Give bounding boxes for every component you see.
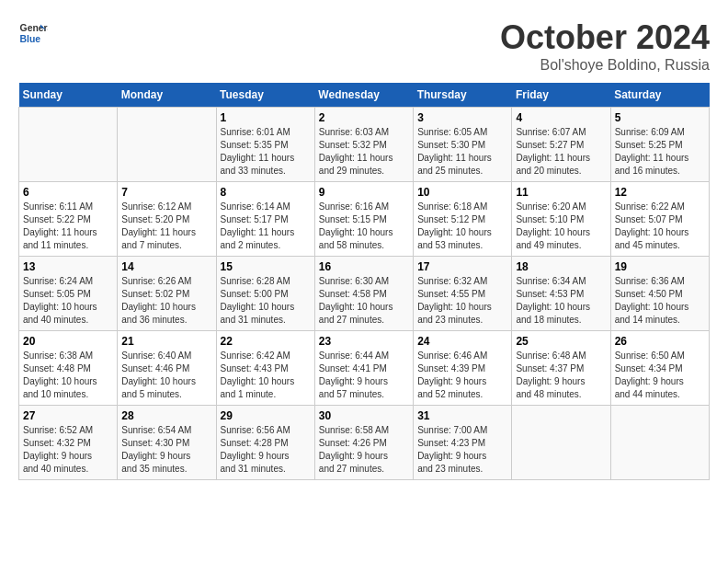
day-number: 31 — [417, 409, 507, 422]
day-info: Sunrise: 6:30 AM Sunset: 4:58 PM Dayligh… — [319, 275, 409, 327]
day-info: Sunrise: 6:28 AM Sunset: 5:00 PM Dayligh… — [221, 275, 311, 327]
day-info: Sunrise: 6:58 AM Sunset: 4:26 PM Dayligh… — [319, 424, 409, 476]
calendar-cell: 28Sunrise: 6:54 AM Sunset: 4:30 PM Dayli… — [118, 406, 216, 480]
day-number: 17 — [417, 260, 507, 273]
day-info: Sunrise: 6:46 AM Sunset: 4:39 PM Dayligh… — [417, 350, 507, 401]
day-info: Sunrise: 6:42 AM Sunset: 4:43 PM Dayligh… — [221, 350, 311, 401]
page-header: General Blue October 2024 Bol'shoye Bold… — [18, 18, 710, 74]
calendar-cell: 4Sunrise: 6:07 AM Sunset: 5:27 PM Daylig… — [512, 108, 610, 182]
weekday-header: Tuesday — [216, 83, 314, 108]
calendar-cell: 11Sunrise: 6:20 AM Sunset: 5:10 PM Dayli… — [512, 182, 610, 257]
weekday-header: Sunday — [19, 83, 118, 108]
day-info: Sunrise: 6:01 AM Sunset: 5:35 PM Dayligh… — [221, 126, 311, 178]
day-info: Sunrise: 6:34 AM Sunset: 4:53 PM Dayligh… — [516, 275, 606, 327]
day-number: 11 — [516, 186, 606, 199]
day-info: Sunrise: 6:36 AM Sunset: 4:50 PM Dayligh… — [615, 275, 705, 327]
calendar-cell: 26Sunrise: 6:50 AM Sunset: 4:34 PM Dayli… — [610, 331, 709, 406]
day-info: Sunrise: 6:11 AM Sunset: 5:22 PM Dayligh… — [23, 201, 113, 252]
day-info: Sunrise: 6:20 AM Sunset: 5:10 PM Dayligh… — [516, 201, 606, 252]
calendar-cell: 6Sunrise: 6:11 AM Sunset: 5:22 PM Daylig… — [19, 182, 118, 257]
day-number: 28 — [121, 409, 211, 422]
day-number: 7 — [121, 186, 211, 199]
weekday-header: Wednesday — [314, 83, 413, 108]
calendar-cell: 22Sunrise: 6:42 AM Sunset: 4:43 PM Dayli… — [216, 331, 314, 406]
day-info: Sunrise: 6:40 AM Sunset: 4:46 PM Dayligh… — [121, 350, 211, 401]
calendar-cell: 30Sunrise: 6:58 AM Sunset: 4:26 PM Dayli… — [314, 406, 413, 480]
day-number: 25 — [516, 335, 606, 348]
day-info: Sunrise: 6:50 AM Sunset: 4:34 PM Dayligh… — [615, 350, 705, 401]
weekday-header: Thursday — [414, 83, 512, 108]
calendar-week-row: 6Sunrise: 6:11 AM Sunset: 5:22 PM Daylig… — [19, 182, 710, 257]
day-number: 8 — [221, 186, 311, 199]
calendar-cell: 31Sunrise: 7:00 AM Sunset: 4:23 PM Dayli… — [414, 406, 512, 480]
calendar-cell: 29Sunrise: 6:56 AM Sunset: 4:28 PM Dayli… — [216, 406, 314, 480]
day-info: Sunrise: 6:52 AM Sunset: 4:32 PM Dayligh… — [23, 424, 113, 476]
day-number: 18 — [516, 260, 606, 273]
day-number: 27 — [23, 409, 113, 422]
day-number: 30 — [319, 409, 409, 422]
calendar-cell: 5Sunrise: 6:09 AM Sunset: 5:25 PM Daylig… — [610, 108, 709, 182]
day-number: 24 — [417, 335, 507, 348]
logo-icon: General Blue — [18, 18, 48, 48]
day-info: Sunrise: 6:38 AM Sunset: 4:48 PM Dayligh… — [23, 350, 113, 401]
calendar-cell: 20Sunrise: 6:38 AM Sunset: 4:48 PM Dayli… — [19, 331, 118, 406]
day-info: Sunrise: 6:24 AM Sunset: 5:05 PM Dayligh… — [23, 275, 113, 327]
day-info: Sunrise: 6:18 AM Sunset: 5:12 PM Dayligh… — [417, 201, 507, 252]
day-number: 2 — [319, 111, 409, 124]
month-title: October 2024 — [500, 18, 710, 57]
calendar-cell: 10Sunrise: 6:18 AM Sunset: 5:12 PM Dayli… — [414, 182, 512, 257]
calendar-week-row: 13Sunrise: 6:24 AM Sunset: 5:05 PM Dayli… — [19, 257, 710, 331]
day-number: 20 — [23, 335, 113, 348]
calendar-cell: 25Sunrise: 6:48 AM Sunset: 4:37 PM Dayli… — [512, 331, 610, 406]
day-info: Sunrise: 6:16 AM Sunset: 5:15 PM Dayligh… — [319, 201, 409, 252]
calendar-cell: 3Sunrise: 6:05 AM Sunset: 5:30 PM Daylig… — [414, 108, 512, 182]
day-info: Sunrise: 6:54 AM Sunset: 4:30 PM Dayligh… — [121, 424, 211, 476]
day-number: 29 — [221, 409, 311, 422]
day-number: 3 — [417, 111, 507, 124]
day-info: Sunrise: 7:00 AM Sunset: 4:23 PM Dayligh… — [417, 424, 507, 476]
location-subtitle: Bol'shoye Boldino, Russia — [500, 57, 710, 74]
calendar-week-row: 27Sunrise: 6:52 AM Sunset: 4:32 PM Dayli… — [19, 406, 710, 480]
calendar-cell: 27Sunrise: 6:52 AM Sunset: 4:32 PM Dayli… — [19, 406, 118, 480]
weekday-header-row: SundayMondayTuesdayWednesdayThursdayFrid… — [19, 83, 710, 108]
day-number: 23 — [319, 335, 409, 348]
calendar-cell: 23Sunrise: 6:44 AM Sunset: 4:41 PM Dayli… — [314, 331, 413, 406]
day-number: 4 — [516, 111, 606, 124]
calendar-cell: 15Sunrise: 6:28 AM Sunset: 5:00 PM Dayli… — [216, 257, 314, 331]
calendar-cell — [118, 108, 216, 182]
day-info: Sunrise: 6:56 AM Sunset: 4:28 PM Dayligh… — [221, 424, 311, 476]
weekday-header: Saturday — [610, 83, 709, 108]
calendar-cell: 2Sunrise: 6:03 AM Sunset: 5:32 PM Daylig… — [314, 108, 413, 182]
day-info: Sunrise: 6:12 AM Sunset: 5:20 PM Dayligh… — [121, 201, 211, 252]
day-info: Sunrise: 6:07 AM Sunset: 5:27 PM Dayligh… — [516, 126, 606, 178]
calendar-cell: 14Sunrise: 6:26 AM Sunset: 5:02 PM Dayli… — [118, 257, 216, 331]
day-number: 26 — [615, 335, 705, 348]
calendar-week-row: 1Sunrise: 6:01 AM Sunset: 5:35 PM Daylig… — [19, 108, 710, 182]
weekday-header: Friday — [512, 83, 610, 108]
day-number: 13 — [23, 260, 113, 273]
calendar-cell: 17Sunrise: 6:32 AM Sunset: 4:55 PM Dayli… — [414, 257, 512, 331]
day-number: 15 — [221, 260, 311, 273]
calendar-cell: 19Sunrise: 6:36 AM Sunset: 4:50 PM Dayli… — [610, 257, 709, 331]
day-number: 1 — [221, 111, 311, 124]
day-info: Sunrise: 6:09 AM Sunset: 5:25 PM Dayligh… — [615, 126, 705, 178]
calendar-cell: 1Sunrise: 6:01 AM Sunset: 5:35 PM Daylig… — [216, 108, 314, 182]
day-info: Sunrise: 6:22 AM Sunset: 5:07 PM Dayligh… — [615, 201, 705, 252]
day-info: Sunrise: 6:32 AM Sunset: 4:55 PM Dayligh… — [417, 275, 507, 327]
calendar-cell: 8Sunrise: 6:14 AM Sunset: 5:17 PM Daylig… — [216, 182, 314, 257]
day-number: 6 — [23, 186, 113, 199]
day-number: 22 — [221, 335, 311, 348]
calendar-cell: 12Sunrise: 6:22 AM Sunset: 5:07 PM Dayli… — [610, 182, 709, 257]
day-info: Sunrise: 6:05 AM Sunset: 5:30 PM Dayligh… — [417, 126, 507, 178]
calendar-table: SundayMondayTuesdayWednesdayThursdayFrid… — [18, 83, 710, 480]
day-number: 10 — [417, 186, 507, 199]
calendar-cell — [512, 406, 610, 480]
day-info: Sunrise: 6:14 AM Sunset: 5:17 PM Dayligh… — [221, 201, 311, 252]
logo: General Blue — [18, 18, 48, 48]
day-number: 14 — [121, 260, 211, 273]
day-number: 19 — [615, 260, 705, 273]
day-number: 12 — [615, 186, 705, 199]
calendar-cell: 18Sunrise: 6:34 AM Sunset: 4:53 PM Dayli… — [512, 257, 610, 331]
weekday-header: Monday — [118, 83, 216, 108]
title-section: October 2024 Bol'shoye Boldino, Russia — [500, 18, 710, 74]
